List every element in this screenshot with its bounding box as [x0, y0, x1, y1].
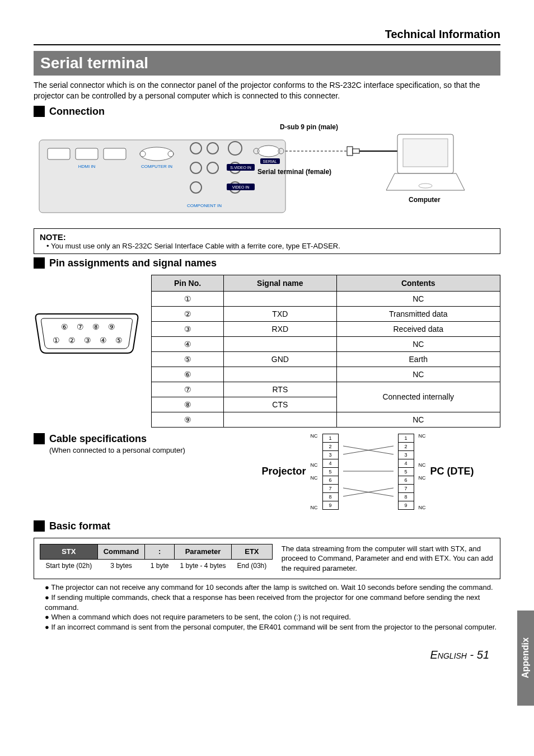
pin-cell: ④: [152, 336, 224, 351]
pin-num: 5: [322, 467, 338, 476]
pin-cell: ①: [152, 291, 224, 306]
nc-label: NC: [311, 433, 318, 439]
pin-cell: ③: [152, 321, 224, 336]
pin-table: Pin No. Signal name Contents ①NC ②TXDTra…: [151, 275, 500, 428]
serial-terminal-label: Serial terminal (female): [257, 168, 331, 176]
pin-cell: ⑦: [152, 382, 224, 397]
nc-label: NC: [419, 505, 426, 510]
cable-diagram: Projector NC NC NC NC 1 2 3 4 5 6 7 8 9: [235, 433, 500, 510]
pin-heading-text: Pin assignments and signal names: [49, 257, 217, 269]
svg-rect-29: [353, 149, 359, 153]
bullet-square-icon: [34, 520, 45, 532]
pin-num: 7: [398, 484, 414, 492]
page-number: English - 51: [34, 649, 500, 661]
bullet-square-icon: [34, 106, 45, 117]
bullet-item: When a command which does not require pa…: [45, 612, 500, 622]
svg-rect-3: [104, 148, 126, 159]
etx-val: End (03h): [232, 559, 273, 573]
contents-col-header: Contents: [336, 275, 500, 291]
pin-num: 8: [398, 492, 414, 501]
contents-cell: Transmitted data: [336, 306, 500, 321]
pin-num: 9: [322, 501, 338, 509]
pc-pinbox: 1 2 3 4 5 6 7 8 9: [398, 434, 414, 510]
signal-cell: TXD: [224, 306, 336, 321]
projector-label: Projector: [261, 466, 306, 477]
signal-cell: RXD: [224, 321, 336, 336]
pin-num: 8: [322, 492, 338, 501]
pin-num: 2: [398, 442, 414, 450]
etx-header: ETX: [232, 544, 273, 559]
pin-num: 4: [398, 459, 414, 467]
connection-heading: Connection: [34, 106, 500, 118]
pin-cell: ⑤: [152, 351, 224, 367]
cable-subtext: (When connected to a personal computer): [49, 446, 224, 454]
bullet-item: The projector can not receive any comman…: [45, 583, 500, 593]
contents-cell: Earth: [336, 351, 500, 367]
svg-point-5: [140, 147, 174, 161]
connection-diagram: HDMI IN COMPUTER IN COMPONENT IN S-VIDEO…: [34, 123, 500, 224]
pin-cell: ⑥: [152, 367, 224, 382]
nc-label: NC: [419, 475, 426, 481]
colon-header: :: [145, 544, 175, 559]
svg-text:SERIAL: SERIAL: [263, 159, 277, 163]
format-heading-text: Basic format: [49, 520, 110, 532]
svg-text:④: ④: [100, 336, 107, 345]
svg-rect-1: [48, 148, 70, 159]
pin-num: 1: [322, 434, 338, 442]
pin-num: 9: [398, 501, 414, 509]
contents-cell: NC: [336, 336, 500, 351]
svg-text:⑦: ⑦: [77, 322, 84, 331]
signal-cell: [224, 367, 336, 382]
svg-text:COMPONENT IN: COMPONENT IN: [187, 203, 222, 208]
command-header: Command: [97, 544, 145, 559]
svg-text:VIDEO IN: VIDEO IN: [232, 185, 250, 189]
wiring-svg: [343, 433, 394, 510]
bullet-square-icon: [34, 433, 45, 444]
stx-header: STX: [40, 544, 98, 559]
pin-num: 6: [322, 476, 338, 484]
stx-val: Start byte (02h): [40, 559, 98, 573]
format-table: STX Command : Parameter ETX Start byte (…: [40, 544, 273, 574]
pin-num: 7: [322, 484, 338, 492]
signal-cell: [224, 291, 336, 306]
pin-num: 5: [398, 467, 414, 476]
svg-text:COMPUTER IN: COMPUTER IN: [141, 164, 172, 169]
svg-text:⑨: ⑨: [108, 322, 115, 331]
bullet-square-icon: [34, 257, 45, 269]
pin-cell: ⑨: [152, 412, 224, 427]
nc-label: NC: [419, 433, 426, 439]
pin-num: 1: [398, 434, 414, 442]
format-heading: Basic format: [34, 520, 500, 532]
format-box: STX Command : Parameter ETX Start byte (…: [34, 538, 500, 580]
pin-num: 3: [398, 450, 414, 459]
connection-heading-text: Connection: [49, 106, 105, 118]
projector-pinbox: 1 2 3 4 5 6 7 8 9: [322, 434, 339, 510]
svg-text:③: ③: [84, 336, 91, 345]
format-desc: The data streaming from the computer wil…: [282, 544, 494, 574]
cable-heading: Cable specifications: [34, 433, 224, 445]
note-text-content: You must use only an RS-232C Serial Inte…: [51, 242, 340, 250]
pin-num: 2: [322, 442, 338, 450]
svg-text:⑤: ⑤: [115, 336, 123, 345]
pin-diagram: ⑥⑦⑧⑨ ①②③④⑤: [34, 308, 140, 361]
bullet-item: If an incorrect command is sent from the…: [45, 622, 500, 632]
nc-label: NC: [311, 475, 318, 481]
svg-text:HDMI IN: HDMI IN: [78, 164, 96, 169]
command-val: 3 bytes: [97, 559, 145, 573]
pc-label: PC (DTE): [430, 466, 474, 477]
signal-cell: GND: [224, 351, 336, 367]
nc-label: NC: [419, 462, 426, 468]
note-title: NOTE:: [40, 232, 494, 242]
nc-label: NC: [311, 505, 318, 510]
parameter-header: Parameter: [174, 544, 231, 559]
computer-label: Computer: [409, 196, 441, 204]
note-box: NOTE: • You must use only an RS-232C Ser…: [34, 228, 500, 254]
pin-col-header: Pin No.: [152, 275, 224, 291]
contents-cell: Connected internally: [336, 382, 500, 412]
signal-cell: [224, 412, 336, 427]
nc-label: NC: [311, 462, 318, 468]
note-text: • You must use only an RS-232C Serial In…: [46, 242, 494, 250]
parameter-val: 1 byte - 4 bytes: [174, 559, 231, 573]
signal-col-header: Signal name: [224, 275, 336, 291]
svg-rect-32: [403, 139, 448, 167]
